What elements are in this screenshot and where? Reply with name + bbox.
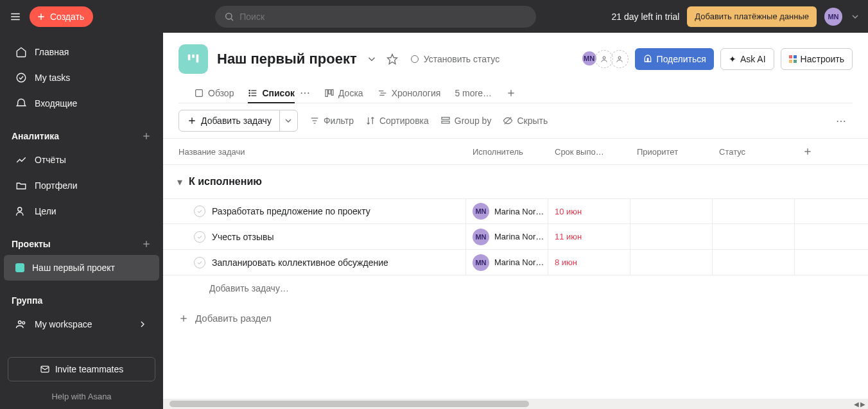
task-name[interactable]: Разработать предложение по проекту (212, 206, 370, 216)
sidebar-item-inbox[interactable]: Входящие (4, 91, 159, 116)
add-tab-icon[interactable] (506, 88, 516, 98)
sparkle-icon: ✦ (729, 54, 736, 64)
tab-board[interactable]: Доска (324, 83, 363, 103)
topbar: Создать 21 day left in trial Добавить пл… (0, 0, 868, 33)
add-section-button[interactable]: Добавить раздел (163, 301, 868, 335)
task-row[interactable]: Учесть отзывы MN Marina Nor… 11 июн (163, 224, 868, 250)
assignee-name[interactable]: Marina Nor… (494, 207, 544, 216)
add-column-button[interactable] (795, 146, 820, 157)
hide-label: Скрыть (517, 116, 548, 126)
add-task-dropdown[interactable] (279, 110, 297, 131)
section-title: Аналитика (12, 131, 59, 141)
sidebar-item-goals[interactable]: Цели (4, 198, 159, 224)
sidebar-item-mytasks[interactable]: My tasks (4, 65, 159, 91)
status-ring-icon (411, 55, 419, 63)
sort-button[interactable]: Сортировка (365, 116, 429, 126)
section-header-analytics[interactable]: Аналитика (0, 125, 163, 147)
menu-icon[interactable] (8, 9, 23, 24)
priority-cell[interactable] (630, 199, 713, 223)
tab-more[interactable]: 5 more… (455, 83, 492, 103)
sidebar-item-portfolios[interactable]: Портфели (4, 173, 159, 198)
svg-point-13 (19, 321, 22, 324)
add-task-button[interactable]: Добавить задачу (178, 110, 298, 132)
column-header-assignee[interactable]: Исполнитель (466, 147, 548, 157)
plus-icon[interactable] (141, 239, 152, 249)
sidebar-item-reports[interactable]: Отчёты (4, 147, 159, 173)
due-date[interactable]: 8 июн (555, 257, 577, 267)
caret-down-icon[interactable]: ▾ (177, 176, 182, 188)
section-title: Группа (12, 295, 42, 306)
sidebar-item-home[interactable]: Главная (4, 39, 159, 65)
due-date[interactable]: 11 июн (555, 232, 582, 241)
sidebar-item-project[interactable]: Наш первый проект (4, 255, 159, 281)
tab-more-icon[interactable]: ⋯ (300, 87, 310, 99)
create-button[interactable]: Создать (30, 6, 93, 27)
add-task-label: Добавить задачу (201, 116, 272, 126)
scrollbar-thumb[interactable] (169, 401, 529, 407)
sidebar: Главная My tasks Входящие Аналитика Отчё… (0, 33, 163, 409)
toolbar-more-icon[interactable]: ⋯ (836, 115, 853, 127)
star-icon[interactable] (386, 53, 398, 65)
project-color-icon (15, 263, 24, 272)
section-row[interactable]: ▾ К исполнению (163, 165, 868, 198)
complete-task-icon[interactable] (194, 231, 205, 243)
tab-label: Список (262, 88, 295, 98)
svg-point-5 (226, 13, 232, 19)
task-row[interactable]: Разработать предложение по проекту MN Ma… (163, 198, 868, 224)
svg-rect-44 (442, 121, 449, 123)
user-avatar[interactable]: MN (824, 8, 842, 26)
invite-teammates-button[interactable]: Invite teammates (8, 357, 155, 381)
set-status-button[interactable]: Установить статус (411, 54, 500, 64)
tab-overview[interactable]: Обзор (194, 83, 234, 103)
status-cell[interactable] (713, 199, 795, 223)
share-button[interactable]: Поделиться (635, 48, 714, 70)
column-header-name[interactable]: Название задачи (163, 147, 466, 157)
column-header-status[interactable]: Статус (713, 147, 795, 157)
create-label: Создать (50, 12, 84, 22)
tab-label: Хронология (392, 88, 441, 98)
priority-cell[interactable] (630, 250, 713, 275)
search-input[interactable] (215, 6, 536, 28)
horizontal-scrollbar[interactable]: ◀▶ (163, 399, 868, 409)
chevron-right-icon (137, 319, 148, 329)
tab-label: 5 more… (455, 88, 492, 98)
svg-point-21 (618, 57, 621, 59)
status-cell[interactable] (713, 224, 795, 249)
task-name[interactable]: Запланировать коллективное обсуждение (212, 257, 388, 268)
add-billing-button[interactable]: Добавить платёжные данные (687, 6, 817, 27)
assignee-name[interactable]: Marina Nor… (494, 232, 544, 241)
column-header-due[interactable]: Срок выпо… (548, 147, 630, 157)
group-button[interactable]: Group by (440, 116, 492, 126)
svg-rect-31 (329, 89, 331, 94)
tab-label: Доска (338, 88, 363, 98)
trial-text: 21 day left in trial (612, 12, 680, 22)
complete-task-icon[interactable] (194, 257, 205, 268)
filter-button[interactable]: Фильтр (309, 116, 354, 126)
search-field[interactable] (239, 12, 527, 22)
plus-icon[interactable] (141, 131, 152, 141)
complete-task-icon[interactable] (194, 205, 205, 217)
task-name[interactable]: Учесть отзывы (212, 232, 273, 242)
status-cell[interactable] (713, 250, 795, 275)
add-task-inline[interactable]: Добавить задачу… (163, 275, 868, 301)
scroll-left-icon[interactable]: ◀ (854, 401, 859, 408)
section-header-projects[interactable]: Проекты (0, 233, 163, 255)
tab-list[interactable]: Список (248, 83, 295, 103)
task-row[interactable]: Запланировать коллективное обсуждение MN… (163, 250, 868, 275)
hide-button[interactable]: Скрыть (503, 116, 548, 126)
priority-cell[interactable] (630, 224, 713, 249)
chevron-down-icon[interactable] (366, 53, 378, 65)
assignee-name[interactable]: Marina Nor… (494, 257, 544, 267)
ask-ai-button[interactable]: ✦ Ask AI (720, 48, 774, 70)
due-date[interactable]: 10 июн (555, 207, 582, 216)
svg-rect-43 (442, 117, 449, 119)
member-stack[interactable]: MN (584, 50, 629, 68)
column-header-priority[interactable]: Приоритет (630, 147, 713, 157)
chevron-down-icon[interactable] (850, 12, 860, 22)
sidebar-item-workspace[interactable]: My workspace (4, 311, 159, 337)
tab-timeline[interactable]: Хронология (378, 83, 441, 103)
scroll-right-icon[interactable]: ▶ (860, 401, 865, 408)
help-link[interactable]: Help with Asana (8, 392, 155, 401)
section-header-team[interactable]: Группа (0, 290, 163, 311)
customize-button[interactable]: Настроить (781, 48, 853, 70)
